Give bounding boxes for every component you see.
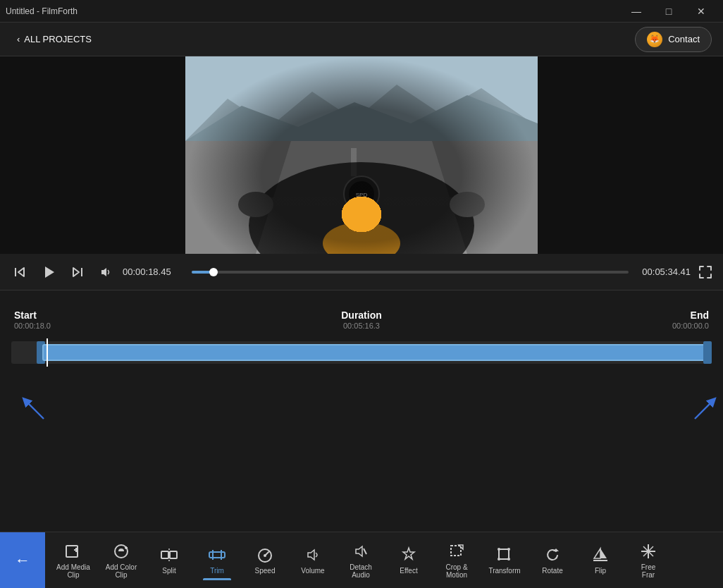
svg-rect-30 <box>209 552 225 558</box>
effect-label: Effect <box>400 567 417 575</box>
add-media-clip-label: Add MediaClip <box>56 563 90 579</box>
timeline-clip-bar[interactable] <box>42 344 706 361</box>
progress-handle[interactable] <box>209 268 218 276</box>
tool-split[interactable]: Split <box>147 540 192 580</box>
free-frame-icon <box>639 542 657 561</box>
svg-marker-16 <box>45 267 54 278</box>
right-trim-arrow <box>689 396 717 424</box>
flip-label: Flip <box>595 567 606 575</box>
end-info: End 00:00:00.0 <box>672 310 709 330</box>
svg-point-43 <box>507 558 510 561</box>
svg-line-18 <box>25 400 44 419</box>
back-nav-icon: ← <box>15 551 30 570</box>
title-bar-left: Untitled - FilmForth <box>6 6 78 16</box>
rotate-label: Rotate <box>542 567 562 575</box>
speed-icon <box>256 546 274 564</box>
tool-free-frame[interactable]: FreeFrar <box>626 537 671 584</box>
toolbar-items: Add MediaClip Add ColorClip Split Trim <box>45 532 723 588</box>
svg-rect-27 <box>161 551 168 558</box>
timeline-track[interactable] <box>11 341 712 364</box>
contact-label: Contact <box>668 34 700 44</box>
tool-detach-audio[interactable]: DetachAudio <box>338 537 383 584</box>
progress-bar[interactable] <box>192 271 629 274</box>
tool-transform[interactable]: Transform <box>482 540 527 580</box>
left-trim-arrow <box>21 396 49 424</box>
all-projects-label: ALL PROJECTS <box>24 34 92 44</box>
volume-button[interactable] <box>94 262 117 282</box>
back-navigation-button[interactable]: ← <box>0 532 45 588</box>
end-time: 00:00:00.0 <box>672 321 709 330</box>
tool-trim[interactable]: Trim <box>194 540 240 580</box>
tool-speed[interactable]: Speed <box>242 540 288 580</box>
close-button[interactable]: ✕ <box>685 0 717 23</box>
start-info: Start 00:00:18.0 <box>14 310 51 330</box>
svg-point-42 <box>498 558 500 561</box>
svg-marker-38 <box>459 545 463 549</box>
duration-info: Duration 00:05:16.3 <box>341 310 382 330</box>
video-area: SPD <box>0 56 723 254</box>
start-label: Start <box>14 310 37 321</box>
speed-label: Speed <box>255 567 276 575</box>
tool-crop-motion[interactable]: Crop &Motion <box>434 537 479 584</box>
skip-back-button[interactable] <box>8 262 31 282</box>
duration-label: Duration <box>341 310 382 321</box>
duration-time: 00:05:16.3 <box>343 321 380 330</box>
timeline-area <box>0 333 723 389</box>
tool-effect[interactable]: Effect <box>386 540 431 580</box>
controls-bar: 00:00:18.45 00:05:34.41 <box>0 254 723 290</box>
end-label: End <box>691 310 709 321</box>
svg-rect-39 <box>499 549 509 559</box>
title-bar: Untitled - FilmForth — □ ✕ <box>0 0 723 23</box>
title-bar-controls: — □ ✕ <box>620 0 717 23</box>
add-color-clip-label: Add ColorClip <box>106 563 137 579</box>
svg-line-20 <box>695 400 713 419</box>
svg-rect-28 <box>170 551 177 558</box>
total-time-display: 00:05:34.41 <box>634 267 691 277</box>
free-frame-label: FreeFrar <box>641 563 656 579</box>
chevron-left-icon: ‹ <box>17 34 20 44</box>
effect-icon <box>400 546 418 564</box>
detach-audio-icon <box>352 542 370 561</box>
add-color-clip-icon <box>112 542 130 561</box>
tool-rotate[interactable]: Rotate <box>530 540 575 580</box>
tool-volume[interactable]: Volume <box>290 540 335 580</box>
crop-motion-icon <box>447 542 466 561</box>
timeline-playhead[interactable] <box>47 338 48 367</box>
app-title: Untitled - FilmForth <box>6 6 78 16</box>
all-projects-button[interactable]: ‹ ALL PROJECTS <box>11 31 97 47</box>
contact-button[interactable]: 🦊 Contact <box>635 27 712 52</box>
fullscreen-button[interactable] <box>696 263 715 281</box>
split-icon <box>160 546 178 564</box>
svg-line-36 <box>364 549 366 554</box>
rotate-icon <box>543 546 562 564</box>
trim-handle-right[interactable] <box>703 341 712 364</box>
maximize-button[interactable]: □ <box>653 0 685 23</box>
start-time: 00:00:18.0 <box>14 321 51 330</box>
current-time-display: 00:00:18.45 <box>123 267 186 277</box>
transform-icon <box>495 546 514 564</box>
top-bar: ‹ ALL PROJECTS 🦊 Contact <box>0 23 723 56</box>
detach-audio-label: DetachAudio <box>350 563 372 579</box>
video-left-dark <box>0 56 185 254</box>
arrow-area <box>0 389 723 460</box>
tool-add-media-clip[interactable]: Add MediaClip <box>51 537 96 584</box>
skip-forward-button[interactable] <box>66 262 89 282</box>
trim-icon <box>208 546 226 564</box>
trim-label: Trim <box>210 567 224 575</box>
tool-add-color-clip[interactable]: Add ColorClip <box>99 537 144 584</box>
svg-rect-37 <box>451 546 461 556</box>
minimize-button[interactable]: — <box>620 0 653 23</box>
trim-info: Start 00:00:18.0 Duration 00:05:16.3 End… <box>0 290 723 333</box>
video-right-dark <box>538 56 723 254</box>
video-overlay <box>185 56 538 254</box>
play-button[interactable] <box>37 262 61 283</box>
volume-icon <box>304 546 322 564</box>
svg-point-40 <box>498 548 500 551</box>
crop-motion-label: Crop &Motion <box>445 563 467 579</box>
tool-flip[interactable]: Flip <box>578 540 623 580</box>
svg-point-35 <box>264 554 266 557</box>
contact-avatar: 🦊 <box>647 32 662 47</box>
svg-marker-46 <box>600 549 607 558</box>
bottom-toolbar: ← Add MediaClip Add ColorClip Split <box>0 532 723 588</box>
svg-marker-45 <box>594 549 600 558</box>
